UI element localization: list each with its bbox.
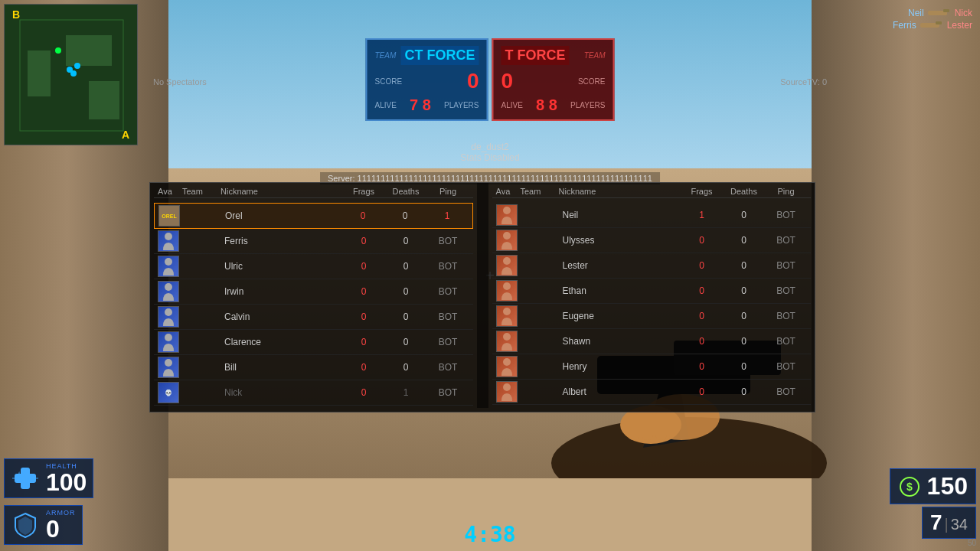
t-nick-4: Eugene: [559, 311, 681, 321]
ct-nick-0: Orel: [221, 210, 342, 221]
t-ping-4: BOT: [765, 311, 807, 321]
t-deaths-0: 0: [723, 210, 765, 220]
ct-avatar-6: [158, 357, 182, 378]
t-ping-0: BOT: [765, 210, 807, 220]
t-ping-6: BOT: [765, 361, 807, 372]
svg-point-26: [503, 383, 511, 391]
ct-ping-6: BOT: [427, 362, 469, 373]
ct-frags-6: 0: [343, 362, 385, 373]
scoreboard-header: Ava Team Nickname Frags Deaths Ping Ava …: [150, 183, 815, 201]
source-tv-label: SourceTV: 0: [780, 77, 827, 86]
ct-frags-7: 0: [343, 387, 385, 398]
t-nick-1: Ulysses: [559, 235, 681, 246]
ct-score-value: 0: [467, 69, 479, 93]
ct-player-row-5: Clarence00BOT: [154, 330, 473, 355]
kill-victim-1: Nick: [955, 8, 972, 18]
t-nick-7: Albert: [559, 386, 681, 397]
t-deaths-7: 0: [723, 386, 765, 397]
col-nick-t: Nickname: [559, 187, 681, 196]
ct-deaths-1: 0: [385, 236, 427, 246]
timer-value: 4:38: [464, 522, 515, 547]
svg-point-18: [165, 359, 172, 367]
col-frags-t: Frags: [681, 187, 723, 196]
armor-value: 0: [46, 515, 60, 543]
money-segment: $ 150: [890, 468, 976, 504]
t-ping-3: BOT: [765, 285, 807, 296]
ct-deaths-6: 0: [385, 362, 427, 373]
ct-frags-5: 0: [343, 337, 385, 347]
col-ava-ct: Ava: [158, 187, 182, 196]
svg-point-13: [165, 233, 172, 240]
t-player-row-7: Albert00BOT: [492, 380, 812, 405]
ct-column-headers: Ava Team Nickname Frags Deaths Ping: [154, 185, 473, 198]
t-score-panel: T FORCE TEAM 0 SCORE ALIVE 8 8 PLAYERS: [492, 38, 615, 121]
kill-killer-2: Ferris: [893, 20, 916, 31]
t-frags-5: 0: [681, 336, 723, 347]
ct-deaths-2: 0: [385, 261, 427, 272]
t-frags-6: 0: [681, 361, 723, 372]
ct-players-label: PLAYERS: [444, 101, 479, 109]
svg-rect-12: [936, 21, 942, 24]
t-player-row-3: Ethan00BOT: [492, 279, 812, 304]
ammo-segment: 7 | 34: [922, 507, 976, 539]
ct-deaths-3: 0: [385, 286, 427, 297]
ct-deaths-7: 1: [385, 387, 427, 398]
col-team-ct: Team: [182, 187, 220, 196]
timer-section: 4:38: [464, 522, 515, 547]
minimap-svg: [5, 5, 138, 145]
t-player-row-0: Neil10BOT: [492, 203, 812, 228]
ct-nick-4: Calvin: [220, 311, 343, 322]
top-hud: TEAM CT FORCE SCORE 0 ALIVE 7 8 PLAYERS …: [366, 38, 615, 121]
svg-rect-10: [943, 9, 949, 12]
ct-frags-4: 0: [343, 311, 385, 322]
kill-victim-2: Lester: [947, 20, 972, 31]
ct-nick-7: Nick: [220, 387, 343, 398]
ammo-container: 7 | 34 50: [922, 507, 976, 547]
ct-players-list: ORELOrel001 Ferris00BOT Ulric00BOT Irwin…: [150, 201, 477, 408]
t-deaths-1: 0: [723, 235, 765, 246]
ammo-clip: 7: [930, 510, 942, 535]
ct-deaths-5: 0: [385, 337, 427, 347]
ct-frags-1: 0: [343, 236, 385, 246]
ct-nick-2: Ulric: [220, 261, 343, 272]
map-name: de_dust2: [460, 142, 519, 152]
svg-point-15: [165, 283, 172, 291]
t-nick-6: Henry: [559, 361, 681, 372]
money-value: 150: [927, 472, 968, 500]
ct-deaths-4: 0: [385, 311, 427, 322]
ct-player-row-7: 💀Nick01BOT: [154, 380, 473, 406]
ct-player-row-0: ORELOrel001: [154, 203, 473, 229]
ct-avatar-7: 💀: [158, 382, 182, 403]
minimap: B A: [4, 4, 138, 145]
col-frags-ct: Frags: [343, 187, 385, 196]
t-ping-2: BOT: [765, 260, 807, 271]
svg-point-24: [503, 333, 511, 341]
ct-nick-5: Clarence: [220, 337, 343, 347]
t-score-label: SCORE: [578, 77, 606, 86]
minimap-label-a: A: [122, 129, 129, 141]
col-ping-ct: Ping: [427, 187, 469, 196]
ct-nick-3: Irwin: [220, 286, 343, 297]
t-avatar-0: [496, 204, 521, 226]
ct-team-name: CT FORCE: [401, 46, 479, 65]
health-row: HEALTH 100: [4, 458, 126, 498]
t-player-row-5: Shawn00BOT: [492, 329, 812, 354]
svg-rect-34: [628, 413, 639, 440]
minimap-inner: B A: [5, 5, 137, 145]
ct-ping-3: BOT: [427, 286, 469, 297]
t-nick-5: Shawn: [559, 336, 681, 347]
col-nick-ct: Nickname: [220, 187, 343, 196]
ct-alive-value: 7 8: [410, 96, 431, 114]
t-frags-2: 0: [681, 260, 723, 271]
t-side-header: Ava Team Nickname Frags Deaths Ping: [488, 183, 815, 201]
t-avatar-6: [496, 356, 521, 377]
t-nick-3: Ethan: [559, 285, 681, 296]
armor-icon: [11, 510, 40, 540]
sb-divider-body: [477, 201, 488, 408]
t-score-value: 0: [501, 69, 514, 93]
t-player-row-4: Eugene00BOT: [492, 304, 812, 329]
ct-avatar-2: [158, 256, 182, 277]
ct-ping-2: BOT: [427, 261, 469, 272]
svg-rect-35: [642, 409, 653, 440]
hud-bottom-left: HEALTH 100 ARMOR 0: [0, 452, 130, 551]
